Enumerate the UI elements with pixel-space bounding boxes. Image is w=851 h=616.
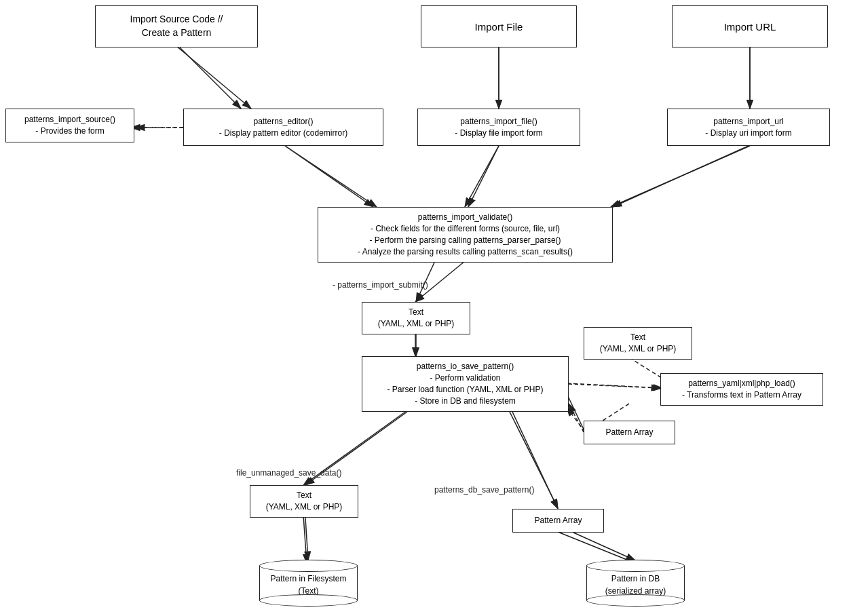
patterns-import-source-box: patterns_import_source() - Provides the … xyxy=(5,109,134,142)
patterns-import-file-box: patterns_import_file() - Display file im… xyxy=(417,109,580,146)
svg-line-21 xyxy=(180,47,241,109)
patterns-yaml-load-label: patterns_yaml|xml|php_load() - Transform… xyxy=(682,378,801,401)
svg-line-15 xyxy=(567,407,585,432)
patterns-import-validate-box: patterns_import_validate() - Check field… xyxy=(318,207,613,263)
patterns-import-url-box: patterns_import_url - Display uri import… xyxy=(667,109,830,146)
patterns-import-source-label: patterns_import_source() - Provides the … xyxy=(24,114,115,137)
text-yaml-2-box: Text (YAML, XML or PHP) xyxy=(584,327,692,360)
pattern-db-cylinder: Pattern in DB (serialized array) xyxy=(586,560,685,607)
svg-line-19 xyxy=(558,532,635,563)
svg-line-25 xyxy=(285,146,377,207)
text-yaml-3-label: Text (YAML, XML or PHP) xyxy=(266,490,343,513)
import-file-label: Import File xyxy=(475,20,523,34)
svg-line-6 xyxy=(285,146,373,207)
import-url-box: Import URL xyxy=(672,5,828,47)
patterns-import-submit-label: - patterns_import_submit() xyxy=(333,280,428,290)
pattern-db-label: Pattern in DB (serialized array) xyxy=(605,574,666,596)
file-unmanaged-label: file_unmanaged_save_data() xyxy=(236,468,341,478)
svg-line-18 xyxy=(303,516,307,563)
pattern-filesystem-cylinder: Pattern in Filesystem (Text) xyxy=(259,560,358,607)
svg-line-11 xyxy=(567,383,662,388)
import-file-box: Import File xyxy=(421,5,577,47)
patterns-io-save-pattern-box: patterns_io_save_pattern() - Perform val… xyxy=(362,356,569,412)
svg-line-31 xyxy=(569,404,584,432)
svg-line-8 xyxy=(611,146,750,207)
patterns-db-save-label: patterns_db_save_pattern() xyxy=(434,485,534,495)
patterns-import-validate-label: patterns_import_validate() - Check field… xyxy=(358,212,573,257)
pattern-array-2-label: Pattern Array xyxy=(534,515,582,526)
patterns-editor-box: patterns_editor() - Display pattern edit… xyxy=(183,109,383,146)
pattern-filesystem-label: Pattern in Filesystem (Text) xyxy=(270,574,346,596)
patterns-import-file-label: patterns_import_file() - Display file im… xyxy=(455,116,542,139)
svg-line-34 xyxy=(305,518,308,560)
patterns-yaml-load-box: patterns_yaml|xml|php_load() - Transform… xyxy=(660,373,823,406)
import-source-label: Import Source Code // Create a Pattern xyxy=(130,13,223,39)
diagram-container: Import Source Code // Create a Pattern I… xyxy=(0,0,851,616)
pattern-array-2-box: Pattern Array xyxy=(512,509,604,533)
svg-line-27 xyxy=(613,146,749,207)
pattern-array-1-box: Pattern Array xyxy=(584,421,675,444)
text-yaml-1-label: Text (YAML, XML or PHP) xyxy=(378,307,455,330)
svg-line-26 xyxy=(468,146,499,207)
text-yaml-3-box: Text (YAML, XML or PHP) xyxy=(250,485,358,518)
patterns-editor-label: patterns_editor() - Display pattern edit… xyxy=(219,116,347,139)
text-yaml-2-label: Text (YAML, XML or PHP) xyxy=(600,332,677,355)
import-source-code-box: Import Source Code // Create a Pattern xyxy=(95,5,258,47)
patterns-import-url-label: patterns_import_url - Display uri import… xyxy=(705,116,791,139)
import-url-label: Import URL xyxy=(724,20,776,34)
svg-line-7 xyxy=(465,146,499,207)
svg-line-30 xyxy=(569,384,660,388)
pattern-array-1-label: Pattern Array xyxy=(605,427,653,438)
patterns-io-save-pattern-label: patterns_io_save_pattern() - Perform val… xyxy=(387,361,543,406)
svg-line-14 xyxy=(567,393,585,432)
text-yaml-1-box: Text (YAML, XML or PHP) xyxy=(362,302,470,334)
svg-line-2 xyxy=(176,46,251,109)
svg-line-12 xyxy=(629,358,662,378)
svg-line-35 xyxy=(573,533,635,560)
